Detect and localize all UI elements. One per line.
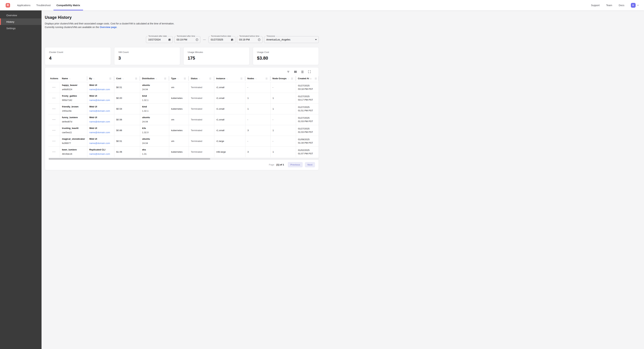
columns-icon[interactable] [294, 70, 297, 73]
created-date: 01/27/2025 [298, 95, 318, 98]
cell-node-groups: - [270, 82, 296, 93]
cell-distribution: k3s1.32.0 [140, 125, 169, 136]
cell-created-at: 01/02/202501:07 PM PST [296, 146, 319, 157]
cell-name: happy_beavera48d9324 [60, 82, 87, 93]
timezone-select[interactable]: Timezone America/Los_Angeles [264, 36, 319, 43]
table-row: •••magical_stonebrakerfe3f8977Web UIname… [48, 136, 319, 146]
column-resize-handle[interactable] [240, 78, 242, 79]
distribution-name: k3s [142, 126, 168, 130]
created-by-email-link[interactable]: name@domain.com [90, 120, 110, 123]
cell-actions: ••• [48, 114, 60, 125]
filter-icon[interactable] [287, 70, 290, 73]
created-by-email-link[interactable]: name@domain.com [90, 98, 110, 102]
created-by-email-link[interactable]: name@domain.com [90, 109, 110, 113]
horizontal-scrollbar-thumb[interactable] [49, 158, 210, 160]
column-separator [318, 76, 319, 81]
column-resize-handle[interactable] [209, 78, 211, 79]
cell-instance: m6i.large [214, 146, 245, 157]
cell-by: Replicated CLIname@domain.com [87, 146, 114, 157]
nodes-count: 3 [248, 150, 270, 154]
calendar-icon[interactable] [168, 38, 171, 41]
column-resize-handle[interactable] [164, 78, 166, 79]
sort-icon[interactable]: ↑↓ [198, 77, 200, 79]
row-actions-button[interactable]: ••• [52, 151, 56, 153]
next-page-button[interactable]: Next [305, 162, 315, 167]
created-by-source: Web UI [90, 83, 114, 87]
sort-icon[interactable]: ↑↓ [255, 77, 257, 79]
sidebar-item-overview[interactable]: Overview [0, 12, 42, 18]
column-header-created-at[interactable]: Created At↓ [296, 75, 319, 82]
app-logo[interactable]: R [6, 3, 10, 7]
row-actions-button[interactable]: ••• [52, 108, 56, 110]
created-by-email-link[interactable]: name@domain.com [90, 152, 110, 156]
terminated-after-date-input[interactable]: Terminated after date 10/27/2024 [146, 36, 173, 43]
calendar-icon[interactable] [231, 38, 234, 41]
nav-item-troubleshoot[interactable]: Troubleshoot [33, 0, 54, 10]
instance-type: r1.small [216, 86, 244, 89]
column-resize-handle[interactable] [266, 78, 268, 79]
cell-distribution: ubuntu24.04 [140, 114, 169, 125]
sidebar-item-settings[interactable]: Settings [0, 25, 42, 31]
sidebar-item-history[interactable]: History [0, 18, 42, 25]
cost-value: $0.00 [116, 96, 139, 100]
cell-by: Web UIname@domain.com [87, 103, 114, 114]
column-separator [114, 76, 114, 81]
cell-created-at: 01/27/202501:03 PM PST [296, 114, 319, 125]
cell-node-groups: - [270, 114, 296, 125]
cell-name: trusting_leavittcae5ea11 [60, 125, 87, 136]
type-value: vm [171, 139, 188, 143]
cell-name: magical_stonebrakerfe3f8977 [60, 136, 87, 146]
clock-icon[interactable] [196, 38, 198, 41]
sort-desc-icon[interactable]: ↓ [310, 77, 312, 80]
created-time: 03:18 PM PST [298, 87, 318, 91]
created-by-email-link[interactable]: name@domain.com [90, 131, 110, 134]
row-actions-button[interactable]: ••• [52, 86, 56, 89]
sort-icon[interactable]: ↑↓ [69, 77, 70, 79]
sort-icon[interactable]: ↑↓ [156, 77, 157, 79]
column-header-name[interactable]: Name↑↓ [60, 75, 87, 82]
row-actions-button[interactable]: ••• [52, 140, 56, 142]
clock-icon[interactable] [258, 38, 261, 41]
column-separator [296, 76, 296, 81]
sidebar: Overview History Settings [0, 10, 42, 174]
row-actions-button[interactable]: ••• [52, 118, 56, 121]
sort-icon[interactable]: ↑↓ [93, 77, 95, 79]
row-actions-button[interactable]: ••• [52, 129, 56, 132]
overview-page-link[interactable]: Overview page [100, 26, 116, 28]
terminated-before-date-input[interactable]: Terminated before date 01/27/2025 [208, 36, 235, 43]
cell-actions: ••• [48, 103, 60, 114]
distribution-version: 1.32.1 [142, 98, 168, 102]
nodes-count: - [248, 118, 270, 121]
created-by-email-link[interactable]: name@domain.com [90, 142, 110, 145]
column-separator [169, 76, 169, 81]
column-resize-handle[interactable] [110, 78, 111, 79]
nav-item-compatibility-matrix[interactable]: Compatibility Matrix [54, 0, 83, 10]
page-indicator-value: [1] of 1 [276, 163, 284, 166]
cluster-name: keen_lumiere [62, 148, 86, 151]
type-value: kubernetes [171, 107, 188, 111]
sort-icon[interactable]: ↑↓ [288, 77, 289, 79]
created-time: 01:34 PM PST [298, 141, 318, 145]
terminated-after-time-input[interactable]: Terminated after time 03:19 PM [174, 36, 200, 43]
created-by-email-link[interactable]: name@domain.com [90, 88, 110, 91]
sort-icon[interactable]: ↑↓ [226, 77, 228, 79]
stat-card-cluster-count: Cluster Count 4 [45, 47, 111, 65]
terminated-before-time-input[interactable]: Terminated before time 03:19 PM [237, 36, 262, 43]
column-resize-handle[interactable] [315, 78, 317, 79]
density-icon[interactable] [301, 70, 304, 73]
instance-type: r1.small [216, 118, 244, 121]
previous-page-button[interactable]: Previous [288, 162, 303, 167]
cell-actions: ••• [48, 146, 60, 157]
cost-value: $0.51 [116, 86, 139, 89]
fullscreen-icon[interactable] [308, 70, 311, 73]
sort-icon[interactable]: ↑↓ [177, 77, 178, 79]
column-resize-handle[interactable] [135, 78, 137, 79]
nodes-count: - [248, 139, 270, 143]
sort-icon[interactable]: ↑↓ [122, 77, 124, 79]
created-by-source: Web UI [90, 137, 114, 141]
cell-type: kubernetes [169, 125, 189, 136]
column-resize-handle[interactable] [291, 78, 293, 79]
column-resize-handle[interactable] [184, 78, 186, 79]
row-actions-button[interactable]: ••• [52, 97, 56, 99]
nav-item-applications[interactable]: Applications [14, 0, 33, 10]
